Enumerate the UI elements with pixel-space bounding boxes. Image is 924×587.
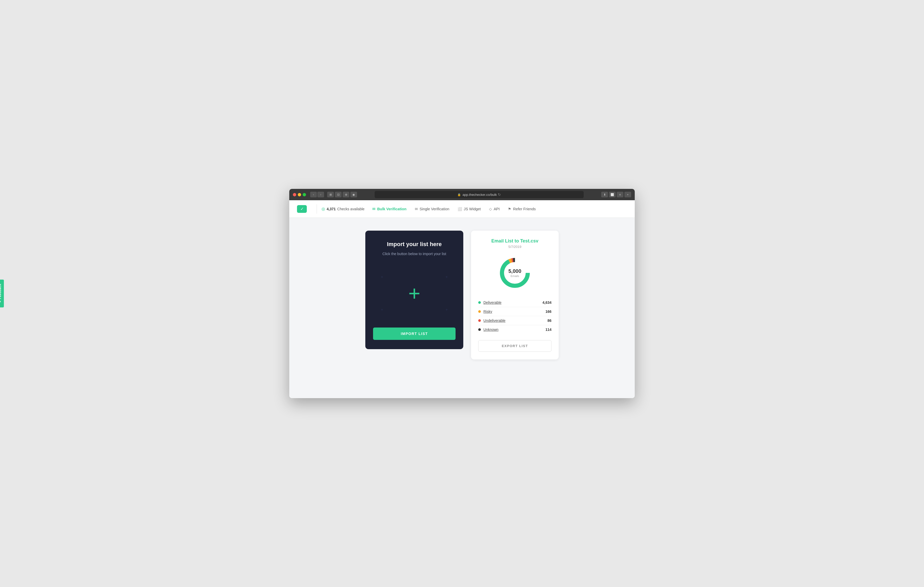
nav-refer-friends[interactable]: ⚑ Refer Friends (508, 207, 536, 211)
stat-risky: Risky 166 (478, 307, 551, 316)
nav-single-verification[interactable]: ✉ Single Verification (415, 207, 449, 211)
undeliverable-dot (478, 319, 481, 322)
plus-icon: + (408, 283, 421, 304)
address-bar[interactable]: 🔒 app.thechecker.co/bulk ↻ (375, 191, 584, 198)
nav-arrows: ‹ › (310, 192, 324, 197)
nav-links: ✉ Bulk Verification ✉ Single Verificatio… (372, 207, 536, 211)
risky-value: 166 (546, 309, 551, 314)
checks-available: ◎ 4,371 Checks available (322, 206, 365, 211)
logo-icon: ✓ (297, 205, 307, 213)
close-button[interactable] (293, 193, 296, 196)
unknown-value: 114 (546, 327, 551, 332)
deliverable-value: 4,634 (543, 301, 551, 304)
import-title: Import your list here (387, 241, 442, 248)
donut-chart: 5,000 Emails (478, 255, 551, 291)
nav-bulk-label: Bulk Verification (377, 207, 407, 211)
deco-br: + (446, 307, 448, 312)
feedback-label: Feedback (0, 284, 2, 299)
risky-name[interactable]: Risky (483, 309, 546, 314)
donut-svg: 5,000 Emails (497, 255, 533, 291)
stat-deliverable: Deliverable 4,634 (478, 298, 551, 307)
nav-single-label: Single Verification (420, 207, 449, 211)
unknown-name[interactable]: Unknown (483, 327, 546, 332)
download-icon[interactable]: ⬇ (601, 192, 608, 197)
donut-total-number: 5,000 (508, 268, 521, 274)
checks-label: Checks available (337, 207, 365, 211)
results-title: Email List to Test.csv (478, 238, 551, 244)
new-tab-button[interactable]: + (624, 192, 631, 197)
nav-refer-label: Refer Friends (513, 207, 536, 211)
reload-button[interactable]: ↻ (498, 192, 501, 197)
refer-icon: ⚑ (508, 207, 511, 211)
import-card: Import your list here Click the button b… (365, 231, 463, 349)
checks-icon: ◎ (322, 206, 325, 211)
pocket-icon[interactable]: ◉ (350, 192, 357, 197)
export-list-button[interactable]: EXPORT LIST (478, 340, 551, 352)
import-subtitle: Click the button below to import your li… (382, 251, 446, 257)
deco-tr: + (446, 275, 448, 280)
back-button[interactable]: ‹ (310, 192, 317, 197)
risky-dot (478, 310, 481, 313)
grid-icon[interactable]: ⊞ (327, 192, 334, 197)
extensions-icon[interactable]: ⬜ (609, 192, 615, 197)
plus-area: + + + + + (373, 270, 455, 317)
nav-js-widget[interactable]: ⬜ JS Widget (458, 207, 481, 211)
nav-divider (317, 204, 317, 214)
donut-total-label: Emails (510, 275, 519, 278)
single-icon: ✉ (415, 207, 418, 211)
undeliverable-name[interactable]: Undeliverable (483, 319, 547, 322)
bulk-icon: ✉ (372, 207, 375, 211)
minimize-button[interactable] (298, 193, 301, 196)
share-icon[interactable]: ⊡ (335, 192, 342, 197)
shield-icon[interactable]: ⊛ (343, 192, 349, 197)
import-list-button[interactable]: IMPORT LIST (373, 327, 455, 340)
undeliverable-value: 86 (547, 319, 551, 322)
nav-bar: ✓ ◎ 4,371 Checks available ✉ Bulk Verifi… (289, 200, 635, 218)
unknown-dot (478, 328, 481, 331)
title-bar-right: ⬇ ⬜ ≡ + (601, 192, 631, 197)
main-content: Import your list here Click the button b… (289, 218, 635, 398)
browser-window: ‹ › ⊞ ⊡ ⊛ ◉ 🔒 app.thechecker.co/bulk ↻ ⬇… (289, 189, 635, 398)
forward-button[interactable]: › (317, 192, 324, 197)
maximize-button[interactable] (303, 193, 306, 196)
widget-icon: ⬜ (458, 207, 462, 211)
logo-area: ✓ (297, 205, 307, 213)
nav-api-label: API (494, 207, 500, 211)
deco-tl: + (381, 275, 383, 280)
feedback-tab[interactable]: ✎ Feedback (0, 280, 4, 307)
lock-icon: 🔒 (457, 193, 461, 196)
results-card: Email List to Test.csv 5/7/2019 (471, 231, 559, 360)
nav-api[interactable]: ◇ API (489, 207, 500, 211)
stat-undeliverable: Undeliverable 86 (478, 316, 551, 325)
deliverable-dot (478, 301, 481, 304)
nav-bulk-verification[interactable]: ✉ Bulk Verification (372, 207, 407, 211)
api-icon: ◇ (489, 207, 492, 211)
stat-unknown: Unknown 114 (478, 325, 551, 334)
deliverable-name[interactable]: Deliverable (483, 301, 543, 304)
url-text: app.thechecker.co/bulk (462, 193, 497, 197)
traffic-lights (293, 193, 306, 196)
checks-count: 4,371 (327, 207, 336, 211)
results-date: 5/7/2019 (478, 245, 551, 249)
stats-list: Deliverable 4,634 Risky 166 Undeliverabl… (478, 298, 551, 334)
deco-bl: + (381, 307, 383, 312)
title-bar: ‹ › ⊞ ⊡ ⊛ ◉ 🔒 app.thechecker.co/bulk ↻ ⬇… (289, 189, 635, 200)
feedback-icon: ✎ (0, 301, 2, 303)
menu-icon[interactable]: ≡ (617, 192, 624, 197)
nav-widget-label: JS Widget (464, 207, 481, 211)
toolbar-icons: ⊞ ⊡ ⊛ ◉ (327, 192, 357, 197)
